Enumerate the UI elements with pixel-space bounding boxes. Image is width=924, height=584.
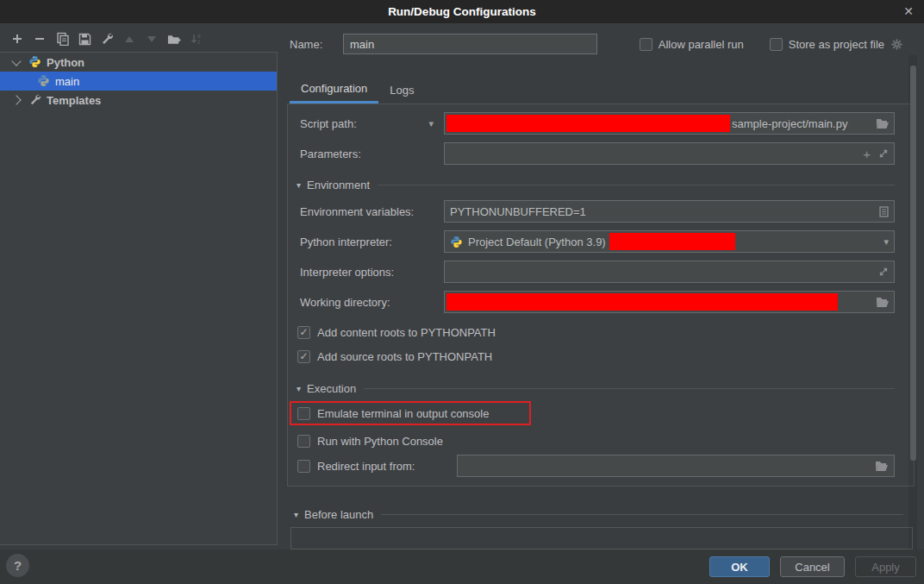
environment-variables-row: Environment variables: PYTHONUNBUFFERED=… [300, 200, 895, 223]
new-folder-icon[interactable] [167, 32, 181, 46]
add-content-roots-label: Add content roots to PYTHONPATH [317, 326, 496, 339]
redirect-input-row: Redirect input from: [297, 455, 895, 477]
add-source-roots-label: Add source roots to PYTHONPATH [317, 350, 492, 363]
configuration-form: Script path: ▾ sample-project/main.py Pa… [287, 104, 915, 487]
scrollbar-thumb[interactable] [910, 66, 916, 461]
python-icon [37, 74, 51, 88]
help-button[interactable]: ? [6, 554, 29, 577]
expand-field-icon[interactable] [878, 148, 889, 159]
allow-parallel-run-checkbox[interactable] [640, 38, 652, 51]
name-label: Name: [290, 38, 343, 51]
folder-icon[interactable] [876, 297, 890, 308]
section-collapse-icon: ▾ [294, 510, 298, 519]
name-input[interactable]: main [343, 34, 597, 54]
interpreter-options-label: Interpreter options: [300, 266, 444, 279]
tab-configuration[interactable]: Configuration [290, 76, 378, 104]
expand-field-icon[interactable] [878, 267, 889, 277]
interpreter-options-row: Interpreter options: [300, 261, 895, 283]
tree-item-python[interactable]: Python [0, 53, 277, 72]
remove-icon[interactable] [33, 32, 47, 46]
python-icon [450, 235, 463, 248]
gear-icon[interactable] [890, 38, 903, 51]
run-with-python-console-checkbox[interactable] [297, 435, 310, 448]
working-directory-label: Working directory: [300, 296, 444, 309]
before-launch-task-list[interactable] [290, 527, 913, 549]
working-directory-row: Working directory: [300, 291, 895, 313]
script-path-row: Script path: ▾ sample-project/main.py [300, 112, 895, 135]
move-up-icon[interactable] [122, 32, 136, 46]
sort-alphabetically-icon[interactable]: az [190, 32, 203, 46]
add-macro-icon[interactable]: + [863, 147, 871, 161]
emulate-terminal-checkbox[interactable] [297, 407, 310, 420]
add-content-roots-row: ✓ Add content roots to PYTHONPATH [297, 324, 496, 340]
redaction-block [609, 233, 735, 250]
wrench-icon [28, 93, 42, 107]
python-interpreter-row: Python interpreter: Project Default (Pyt… [300, 230, 895, 253]
redaction-block [446, 293, 838, 311]
environment-variables-input[interactable]: PYTHONUNBUFFERED=1 [444, 200, 895, 223]
cancel-button[interactable]: Cancel [780, 556, 845, 577]
tree-item-templates[interactable]: Templates [0, 91, 277, 110]
configurations-tree: Python main Templates [0, 52, 278, 545]
script-path-label: Script path: ▾ [300, 117, 444, 130]
folder-icon[interactable] [876, 118, 890, 129]
move-down-icon[interactable] [145, 32, 159, 46]
python-interpreter-label: Python interpreter: [300, 235, 444, 248]
save-icon[interactable] [78, 32, 91, 46]
parameters-row: Parameters: + [300, 142, 895, 165]
chevron-down-icon[interactable] [11, 56, 21, 66]
add-content-roots-checkbox[interactable]: ✓ [297, 326, 310, 339]
run-debug-configurations-dialog: Run/Debug Configurations ✕ az [0, 0, 924, 584]
execution-section-header[interactable]: ▾ Execution [297, 381, 895, 395]
parameters-input[interactable]: + [444, 142, 895, 165]
section-collapse-icon: ▾ [297, 384, 301, 393]
environment-section-header[interactable]: ▾ Environment [297, 178, 895, 192]
chevron-right-icon[interactable] [11, 95, 21, 104]
store-as-project-file-checkbox[interactable] [770, 38, 783, 51]
parameters-label: Parameters: [300, 148, 444, 160]
titlebar: Run/Debug Configurations ✕ [0, 0, 924, 23]
emulate-terminal-label: Emulate terminal in output console [317, 407, 489, 420]
add-source-roots-checkbox[interactable]: ✓ [297, 350, 310, 363]
allow-parallel-run-label: Allow parallel run [659, 38, 744, 51]
script-path-input[interactable]: sample-project/main.py [444, 112, 895, 135]
run-with-python-console-label: Run with Python Console [317, 435, 443, 448]
dialog-title: Run/Debug Configurations [388, 5, 536, 18]
tree-item-label: Templates [47, 94, 101, 107]
python-interpreter-select[interactable]: Project Default (Python 3.9) ▾ [444, 230, 895, 253]
dropdown-arrow-icon[interactable]: ▾ [883, 236, 889, 248]
close-icon[interactable]: ✕ [901, 3, 916, 19]
script-path-dropdown-icon[interactable]: ▾ [428, 118, 434, 129]
add-source-roots-row: ✓ Add source roots to PYTHONPATH [297, 349, 492, 364]
interpreter-options-input[interactable] [444, 261, 895, 283]
name-row: Name: main Allow parallel run Store as p… [290, 34, 903, 54]
store-as-project-file-label: Store as project file [789, 38, 884, 51]
add-icon[interactable] [10, 32, 24, 46]
environment-variables-label: Environment variables: [300, 205, 444, 218]
python-icon [28, 55, 42, 69]
copy-icon[interactable] [55, 32, 69, 46]
redaction-block [446, 115, 730, 132]
tree-item-label: main [55, 75, 79, 88]
working-directory-input[interactable] [444, 291, 895, 313]
dialog-footer: OK Cancel Apply [0, 549, 924, 584]
section-collapse-icon: ▾ [297, 180, 301, 190]
tree-item-main-selected[interactable]: main [0, 72, 277, 91]
edit-templates-wrench-icon[interactable] [100, 32, 114, 46]
configurations-toolbar: az [0, 26, 278, 52]
folder-icon[interactable] [875, 461, 889, 472]
redirect-input-input[interactable] [457, 455, 895, 477]
ok-button[interactable]: OK [709, 556, 770, 577]
tree-item-label: Python [47, 56, 84, 69]
apply-button[interactable]: Apply [855, 556, 916, 577]
svg-text:a: a [197, 33, 201, 39]
tab-bar: Configuration Logs [290, 76, 426, 104]
emulate-terminal-highlight-box: Emulate terminal in output console [290, 401, 531, 425]
tab-logs[interactable]: Logs [378, 76, 425, 104]
before-launch-section-header[interactable]: ▾ Before launch [294, 507, 903, 521]
redirect-input-label: Redirect input from: [317, 460, 457, 473]
edit-variables-icon[interactable] [879, 206, 889, 217]
svg-text:z: z [197, 39, 200, 45]
redirect-input-checkbox[interactable] [297, 460, 310, 473]
run-with-python-console-row: Run with Python Console [297, 433, 443, 449]
